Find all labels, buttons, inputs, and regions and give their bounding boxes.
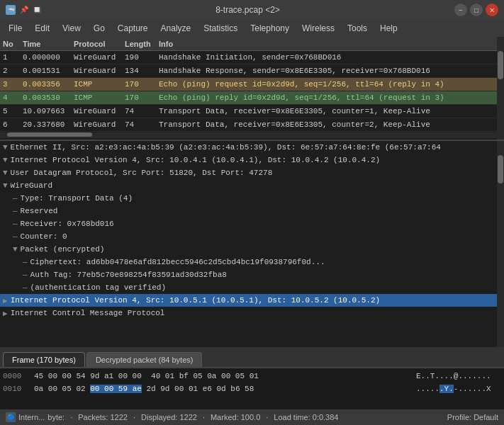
detail-text: Packet (encrypted) — [21, 245, 105, 254]
tab-decrypted[interactable]: Decrypted packet (84 bytes) — [86, 352, 203, 367]
hex-offset-0: 0000 — [3, 372, 28, 380]
detail-row[interactable]: ▼WireGuard — [0, 179, 504, 192]
detail-row[interactable]: ▼Ethernet II, Src: a2:e3:ac:4a:b5:39 (a2… — [0, 141, 504, 154]
packet-row[interactable]: 1 0.000000 WireGuard 190 Handshake Initi… — [0, 51, 504, 64]
packet-protocol: WireGuard — [71, 107, 122, 115]
col-header-length: Length — [122, 40, 156, 48]
titlebar-left: 🦈 📌 🔲 — [6, 5, 41, 15]
menu-tools[interactable]: Tools — [342, 22, 373, 35]
detail-row[interactable]: —Counter: 0 — [0, 230, 504, 243]
packet-time: 0.001531 — [20, 67, 71, 75]
menu-go[interactable]: Go — [88, 22, 111, 35]
menu-telephony[interactable]: Telephony — [245, 22, 295, 35]
packet-info: Handshake Initiation, sender=0x768BD016 — [156, 53, 497, 62]
menu-file[interactable]: File — [3, 22, 28, 35]
maximize-button[interactable]: □ — [470, 4, 483, 16]
menubar: File Edit View Go Capture Analyze Statis… — [0, 20, 504, 37]
detail-text: Ciphertext: ad6bb0478e6afd812becc5946c2d… — [30, 258, 325, 266]
vertical-scrollbar[interactable] — [497, 37, 504, 140]
expand-icon[interactable]: ▼ — [3, 181, 8, 190]
packet-time: 0.000000 — [20, 53, 71, 62]
vscroll-thumb[interactable] — [498, 51, 503, 79]
menu-view[interactable]: View — [57, 22, 86, 35]
hex-ascii-1: ......Y.-......X — [416, 385, 501, 393]
packet-row[interactable]: 6 20.337680 WireGuard 74 Transport Data,… — [0, 118, 504, 132]
detail-row[interactable]: ▼User Datagram Protocol, Src Port: 51820… — [0, 166, 504, 179]
packet-time: 0.003356 — [20, 80, 71, 89]
status-separator3: · — [203, 413, 205, 421]
app-icon: 🦈 — [6, 5, 16, 15]
col-header-protocol: Protocol — [71, 40, 122, 48]
expand-icon: — — [23, 283, 28, 292]
expand-icon: — — [23, 271, 28, 279]
menu-analyze[interactable]: Analyze — [155, 22, 197, 35]
menu-wireless[interactable]: Wireless — [296, 22, 340, 35]
menu-capture[interactable]: Capture — [112, 22, 154, 35]
packet-row[interactable]: 2 0.001531 WireGuard 134 Handshake Respo… — [0, 64, 504, 78]
detail-scrollbar[interactable] — [497, 141, 504, 347]
packet-row[interactable]: 4 0.003530 ICMP 170 Echo (ping) reply id… — [0, 91, 504, 105]
packet-info: Echo (ping) reply id=0x2d9d, seq=1/256, … — [156, 94, 497, 102]
detail-text: Counter: 0 — [21, 232, 67, 241]
hex-row-0: 0000 45 00 00 54 9d a1 00 00 40 01 bf 05… — [3, 370, 501, 382]
packet-time: 20.337680 — [20, 120, 71, 129]
hex-bytes-sel-end: 2d 9d 00 01 e6 0d b6 58 — [146, 385, 254, 393]
detail-scroll-thumb[interactable] — [498, 155, 503, 183]
detail-row[interactable]: ▶Internet Protocol Version 4, Src: 10.0.… — [0, 294, 504, 307]
status-separator4: · — [266, 413, 268, 421]
status-displayed: Displayed: 1222 — [141, 413, 197, 421]
packet-row[interactable]: 5 10.097663 WireGuard 74 Transport Data,… — [0, 105, 504, 118]
detail-row[interactable]: ▶Internet Control Message Protocol — [0, 307, 504, 319]
packet-rows: 1 0.000000 WireGuard 190 Handshake Initi… — [0, 51, 504, 132]
packet-time: 10.097663 — [20, 107, 71, 115]
packet-protocol: ICMP — [71, 80, 122, 89]
detail-row[interactable]: —Type: Transport Data (4) — [0, 192, 504, 205]
packet-time: 0.003530 — [20, 94, 71, 102]
hex-bytes-sel-start: 0a 00 05 02 — [34, 385, 86, 393]
detail-row[interactable]: —Auth Tag: 77eb5c70e898254f83591ad30d32f… — [0, 268, 504, 281]
expand-icon[interactable]: ▶ — [3, 296, 8, 305]
col-header-info: Info — [156, 40, 497, 48]
packet-row[interactable]: 3 0.003356 ICMP 170 Echo (ping) request … — [0, 78, 504, 91]
packet-length: 74 — [122, 120, 156, 129]
expand-icon[interactable]: ▼ — [3, 169, 8, 177]
expand-icon: — — [13, 220, 18, 228]
tabs-bar: Frame (170 bytes) Decrypted packet (84 b… — [0, 347, 504, 367]
statusbar: 🔵 Intern... byte: · Packets: 1222 · Disp… — [0, 409, 504, 425]
packet-no: 3 — [0, 80, 20, 89]
hscroll-thumb[interactable] — [7, 132, 92, 137]
expand-icon[interactable]: ▼ — [3, 143, 8, 152]
detail-row[interactable]: ▼Packet (encrypted) — [0, 243, 504, 256]
app-icon3: 🔲 — [33, 6, 41, 14]
status-marked: Marked: 100.0 — [211, 413, 260, 421]
packet-info: Transport Data, receiver=0x8E6E3305, cou… — [156, 107, 497, 115]
detail-text: Ethernet II, Src: a2:e3:ac:4a:b5:39 (a2:… — [11, 143, 441, 152]
menu-statistics[interactable]: Statistics — [198, 22, 243, 35]
detail-row[interactable]: —Receiver: 0x768bd016 — [0, 217, 504, 230]
detail-row[interactable]: ▼Internet Protocol Version 4, Src: 10.0.… — [0, 154, 504, 166]
expand-icon: — — [13, 194, 18, 203]
packet-protocol: WireGuard — [71, 120, 122, 129]
detail-row[interactable]: —Reserved — [0, 205, 504, 217]
tab-frame[interactable]: Frame (170 bytes) — [3, 352, 85, 367]
packet-info: Transport Data, receiver=0x8E6E3305, cou… — [156, 120, 497, 129]
minimize-button[interactable]: − — [454, 4, 467, 16]
packet-length: 170 — [122, 94, 156, 102]
detail-text: Reserved — [21, 207, 58, 215]
detail-row[interactable]: —(authentication tag verified) — [0, 281, 504, 294]
expand-icon[interactable]: ▶ — [3, 309, 8, 318]
horizontal-scrollbar[interactable] — [0, 132, 504, 138]
expand-icon: — — [13, 207, 18, 215]
detail-row[interactable]: —Ciphertext: ad6bb0478e6afd812becc5946c2… — [0, 256, 504, 268]
menu-help[interactable]: Help — [374, 22, 403, 35]
hex-row-1: 0010 0a 00 05 02 00 00 59 ae 2d 9d 00 01… — [3, 382, 501, 395]
expand-icon[interactable]: ▼ — [13, 245, 18, 254]
detail-text: Internet Control Message Protocol — [11, 309, 165, 317]
expand-icon[interactable]: ▼ — [3, 156, 8, 164]
close-button[interactable]: ✕ — [486, 4, 498, 16]
hex-area: 0000 45 00 00 54 9d a1 00 00 40 01 bf 05… — [0, 367, 504, 409]
menu-edit[interactable]: Edit — [29, 22, 55, 35]
packet-length: 170 — [122, 80, 156, 89]
detail-rows: ▼Ethernet II, Src: a2:e3:ac:4a:b5:39 (a2… — [0, 141, 504, 319]
detail-text: Internet Protocol Version 4, Src: 10.0.4… — [11, 156, 381, 164]
